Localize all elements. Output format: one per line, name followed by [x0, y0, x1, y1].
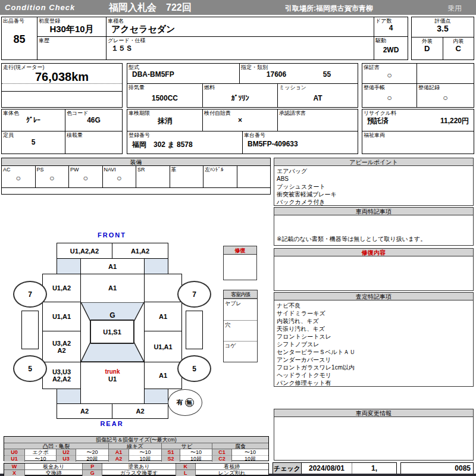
- check-label: チェック: [273, 462, 302, 474]
- cabin-row-hole: 穴: [224, 320, 257, 341]
- lot-number-value: 85: [2, 33, 37, 46]
- brand-logo: Condition Check: [5, 3, 75, 12]
- legend-desc: レンズ割れ: [195, 469, 268, 476]
- equipment-cell-ac: AC ○: [2, 166, 36, 187]
- color-code-label: 色コード: [65, 109, 122, 116]
- equipment-cell-pw: PW ○: [69, 166, 103, 187]
- legend-key: S1: [161, 449, 180, 455]
- door-right: A1: [144, 302, 182, 331]
- fuel-label: 燃料: [203, 84, 277, 90]
- first-registration-cell: 初度登録 H30年10月: [37, 17, 107, 37]
- equipment-label: PW: [69, 166, 102, 173]
- recycle-fee-value: 11,220円: [440, 116, 469, 126]
- pickup-location: 引取場所:福岡県古賀市青柳: [285, 4, 373, 14]
- body-color-cell: 車体色 ｸﾞﾚｰ: [1, 109, 65, 131]
- taillight-left-area: [57, 389, 81, 404]
- maintenance-book-mark: ○: [362, 93, 416, 102]
- legend-key: C2: [212, 455, 231, 462]
- registration-number-label: 登録番号: [127, 131, 242, 138]
- appeal-list: エアバッグ ABS プッシュスタート 衝突被害軽減ブレーキ バックカメラ付き: [274, 166, 473, 207]
- maintenance-record-label: 整備記録: [417, 84, 474, 90]
- car-history-label: 車歴: [37, 37, 106, 43]
- quarter-right: U1,A1: [144, 331, 182, 362]
- check-count: 1,: [352, 463, 396, 474]
- legend-size: 〜10: [180, 449, 212, 455]
- assessment-item: ナビ不良: [277, 302, 471, 309]
- displacement-value: 1500CC: [127, 94, 202, 102]
- door-left: U1,A1: [42, 302, 81, 331]
- recycle-status: 預託済: [367, 116, 389, 126]
- class-label: 指定・類別: [240, 64, 358, 70]
- equipment-mark: ○: [2, 173, 35, 183]
- mileage-label: 走行(現メーター): [2, 64, 122, 70]
- model-name-cell: 車種名 アクセラセダン: [106, 17, 374, 37]
- quarter-left: U3,A2 A2: [42, 331, 81, 362]
- inspection-value: 抹消: [127, 116, 202, 126]
- legend-group-rust: サビ: [161, 443, 212, 449]
- equipment-label: AC: [2, 166, 35, 173]
- assessment-item: シフトノブスレ: [277, 340, 471, 348]
- cabin-row-tear: ヤブレ: [224, 299, 257, 320]
- rear-panel-left: U3,U3 A2,A2: [42, 362, 81, 389]
- auction-title: 福岡入札会 722回: [109, 2, 192, 14]
- insurance-value: ×: [203, 116, 277, 124]
- exterior-cell: 外装 D: [412, 37, 443, 60]
- legend-key: U3: [56, 455, 76, 462]
- car-history-cell: 車歴: [37, 36, 107, 60]
- equipment-title: 装備: [2, 158, 270, 166]
- maintenance-book-label: 整備手帳: [362, 84, 416, 90]
- appeal-item: 衝突被害軽減ブレーキ: [277, 190, 471, 198]
- hood-panel: A1: [80, 258, 145, 274]
- maintenance-book-cell: 整備手帳 ○: [362, 83, 417, 108]
- class-cell: 指定・類別 17606 55: [239, 63, 358, 84]
- assessment-item: パンク修理キット有: [277, 379, 471, 387]
- repair-detail-title: 修復内容: [274, 249, 473, 256]
- front-bumper-left: U1,A2,A2: [57, 243, 112, 259]
- maintenance-record-mark: ○: [417, 93, 474, 102]
- legend-size: 〜10: [231, 449, 268, 455]
- legend-key: A1: [108, 449, 129, 455]
- interior-cell: 内装 C: [443, 37, 474, 60]
- check-date: 2024/08/01: [302, 463, 352, 474]
- equipment-label: [237, 166, 271, 167]
- capacity-cell: 定員 5: [1, 131, 65, 154]
- legend-key: K: [176, 464, 195, 469]
- legend-desc: ガラス交換要す: [102, 469, 175, 476]
- mileage-value: 76,038km: [2, 70, 122, 84]
- equipment-footer-row: [2, 187, 270, 195]
- taillight-right-area: [144, 389, 168, 404]
- legend-title: 損傷記号＆損傷サイズ(〜最大cm): [4, 437, 268, 443]
- insurance-cell: 検付自賠責 ×: [202, 109, 278, 131]
- spare-tire-indicator: 有 無: [168, 389, 202, 416]
- windshield-mark: G: [109, 311, 115, 320]
- load-cell: 積載量: [65, 131, 123, 154]
- displacement-label: 排気量: [127, 84, 202, 90]
- legend-size: 〜20: [76, 449, 108, 455]
- model-code-cell: 型式 DBA-BM5FP: [127, 63, 240, 84]
- legend-key: P: [82, 464, 102, 469]
- assessment-item: センターピラーＳベルトＡＵ: [277, 348, 471, 356]
- usage-type: 乗用: [447, 4, 462, 14]
- assessment-item: サイドミラーキズ: [277, 309, 471, 317]
- rear-bumper-right: A2: [112, 403, 168, 419]
- vehicle-notes-title: 車両特記事項: [274, 208, 473, 215]
- wheel-rear-right: 5: [177, 355, 211, 382]
- front-direction-label: FRONT: [42, 231, 181, 239]
- appeal-section: アピールポイント エアバッグ ABS プッシュスタート 衝突被害軽減ブレーキ バ…: [274, 158, 474, 206]
- legend-key: U0: [4, 449, 24, 455]
- drive-cell: 駆動 2WD: [374, 36, 408, 60]
- mileage-divider-dotted: [2, 83, 122, 84]
- legend-key: S2: [161, 455, 180, 462]
- legend-key: G: [82, 469, 102, 476]
- legend-size: 10超: [129, 455, 161, 462]
- legend-key: L: [176, 469, 195, 476]
- legend-group-scratch: 線キズ: [108, 443, 161, 449]
- equipment-label: 革: [170, 166, 203, 173]
- mileage-cell: 走行(現メーター) 76,038km: [1, 63, 123, 108]
- roof-panel: U1,S1: [90, 320, 134, 344]
- inspection-label: 車検期限: [127, 109, 202, 116]
- chassis-number-value: BM5FP-409633: [243, 140, 358, 148]
- load-label: 積載量: [65, 131, 122, 138]
- trunk-panel: trunk U1: [80, 362, 145, 389]
- warranty-cell: 保証書 ○: [362, 63, 417, 84]
